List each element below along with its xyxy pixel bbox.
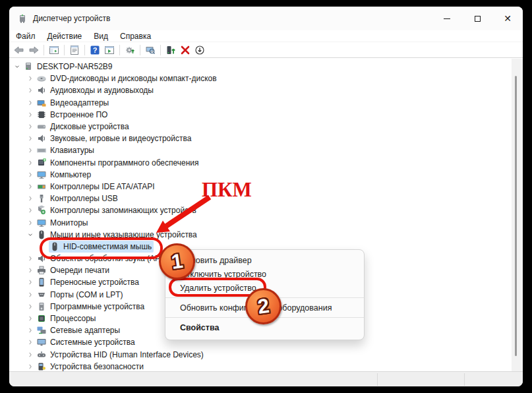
- chevron-right-icon[interactable]: [25, 73, 36, 84]
- chevron-right-icon[interactable]: [25, 205, 36, 216]
- maximize-button[interactable]: [462, 7, 492, 30]
- tree-item-label: Аудиовходы и аудиовыходы: [50, 86, 154, 95]
- tree-item-label: Программные устройства: [50, 302, 144, 311]
- tree-item[interactable]: Очереди печати: [36, 264, 111, 276]
- tree-item-label: Видеоадаптеры: [50, 98, 109, 107]
- chevron-right-icon[interactable]: [25, 361, 36, 371]
- tree-item[interactable]: Аудиовходы и аудиовыходы: [36, 84, 156, 96]
- chevron-right-icon[interactable]: [25, 169, 36, 180]
- tree-item[interactable]: Контроллеры USB: [36, 193, 120, 204]
- window-title: Диспетчер устройств: [33, 14, 110, 23]
- chevron-right-icon[interactable]: [25, 277, 36, 287]
- chevron-right-icon[interactable]: [25, 265, 36, 276]
- menu-action[interactable]: Действие: [47, 32, 82, 41]
- chevron-right-icon[interactable]: [25, 313, 36, 324]
- tree-item-label: DVD-дисководы и дисководы компакт-дисков: [50, 74, 217, 83]
- firmware-chip-icon: [36, 109, 47, 120]
- tree-row[interactable]: Контроллеры USB: [9, 193, 512, 204]
- tree-item[interactable]: DVD-дисководы и дисководы компакт-дисков: [36, 73, 219, 84]
- tree-item[interactable]: Контроллеры IDE ATA/ATAPI: [36, 181, 157, 193]
- monitor-icon: [36, 169, 47, 180]
- chevron-right-icon[interactable]: [25, 181, 36, 192]
- tree-item[interactable]: Устройства безопасности: [36, 361, 146, 371]
- tree-item[interactable]: Системные устройства: [36, 336, 137, 348]
- console-tree-icon[interactable]: [47, 44, 61, 56]
- tree-item[interactable]: Встроенное ПО: [36, 109, 109, 121]
- tree-item[interactable]: Контроллеры запоминающих устройств: [36, 204, 198, 216]
- minimize-button[interactable]: [432, 7, 462, 30]
- context-menu-item-update-driver[interactable]: Обновить драйвер: [165, 253, 364, 267]
- tree-row[interactable]: Дисковые устройства: [9, 121, 512, 133]
- chevron-right-icon[interactable]: [25, 289, 36, 300]
- chevron-right-icon[interactable]: [25, 133, 36, 144]
- menu-file[interactable]: Файл: [16, 32, 36, 41]
- tree-item[interactable]: Устройства HID (Human Interface Devices): [36, 349, 206, 361]
- chevron-right-icon[interactable]: [25, 218, 36, 228]
- tree-row[interactable]: Звуковые, игровые и видеоустройства: [9, 133, 512, 144]
- screenshot-root: Диспетчер устройств ✕ ФайлДействиеВидСпр…: [0, 0, 532, 393]
- chevron-down-icon[interactable]: [12, 61, 22, 72]
- tree-row[interactable]: Видеоадаптеры: [9, 97, 512, 109]
- tree-item[interactable]: Компоненты программного обеспечения: [36, 157, 201, 169]
- tree-item[interactable]: Переносные устройства: [36, 276, 141, 288]
- tree-item-label: Компоненты программного обеспечения: [50, 158, 199, 167]
- chevron-right-icon[interactable]: [25, 337, 36, 348]
- help-icon[interactable]: [88, 44, 102, 56]
- tree-row[interactable]: Устройства безопасности: [9, 361, 512, 371]
- tree-item[interactable]: DESKTOP-NAR52B9: [22, 61, 115, 73]
- tree-item[interactable]: Порты (COM и LPT): [36, 289, 125, 301]
- chevron-right-icon[interactable]: [25, 349, 36, 360]
- update-driver-icon[interactable]: [164, 44, 177, 56]
- chevron-right-icon[interactable]: [25, 253, 36, 264]
- software-device-icon: [36, 301, 47, 312]
- tree-row[interactable]: DESKTOP-NAR52B9: [9, 61, 512, 73]
- chevron-right-icon[interactable]: [25, 85, 36, 96]
- chevron-right-icon[interactable]: [25, 145, 36, 156]
- chevron-right-icon[interactable]: [25, 301, 36, 312]
- menu-help[interactable]: Справка: [120, 32, 151, 41]
- tree-item[interactable]: Программные устройства: [36, 301, 146, 313]
- menu-view[interactable]: Вид: [94, 32, 108, 41]
- scan-hardware-changes-icon[interactable]: [144, 44, 157, 56]
- chevron-right-icon[interactable]: [25, 121, 36, 132]
- tree-item[interactable]: Звуковые, игровые и видеоустройства: [36, 133, 193, 144]
- tree-row[interactable]: Компьютер: [9, 169, 512, 181]
- tree-row[interactable]: Устройства HID (Human Interface Devices): [9, 349, 512, 361]
- tree-row[interactable]: Аудиовходы и аудиовыходы: [9, 84, 512, 96]
- tree-item-label: DESKTOP-NAR52B9: [37, 62, 113, 71]
- tree-row[interactable]: Встроенное ПО: [9, 109, 512, 121]
- toolbar: [9, 43, 523, 58]
- chevron-down-icon[interactable]: [25, 229, 36, 240]
- chevron-right-icon[interactable]: [25, 193, 36, 204]
- chevron-right-icon[interactable]: [25, 325, 36, 336]
- titlebar[interactable]: Диспетчер устройств ✕: [9, 7, 523, 30]
- tree-item[interactable]: Дисковые устройства: [36, 121, 131, 133]
- action-pane-icon[interactable]: [103, 44, 116, 56]
- tree-row[interactable]: Контроллеры запоминающих устройств: [9, 204, 512, 216]
- scrollbar-thumb[interactable]: [515, 76, 517, 356]
- disable-device-icon[interactable]: [193, 44, 206, 56]
- software-component-icon: [36, 158, 47, 168]
- tree-row[interactable]: Клавиатуры: [9, 144, 512, 156]
- chevron-right-icon[interactable]: [25, 158, 36, 168]
- chevron-right-icon[interactable]: [25, 109, 36, 120]
- tree-item[interactable]: Сетевые адаптеры: [36, 324, 122, 336]
- update-gear-icon[interactable]: [123, 44, 136, 56]
- tree-item[interactable]: Видеоадаптеры: [36, 97, 111, 109]
- uninstall-device-icon[interactable]: [179, 44, 192, 56]
- vertical-scrollbar[interactable]: [512, 59, 523, 371]
- tree-row[interactable]: Мониторы: [9, 216, 512, 228]
- tree-row[interactable]: DVD-дисководы и дисководы компакт-дисков: [9, 73, 512, 84]
- tree-item[interactable]: Клавиатуры: [36, 144, 96, 156]
- back-arrow-icon[interactable]: [13, 44, 26, 56]
- close-button[interactable]: ✕: [492, 7, 523, 30]
- tree-item[interactable]: Мониторы: [36, 217, 90, 229]
- tree-item[interactable]: Компьютер: [36, 169, 93, 181]
- chevron-right-icon[interactable]: [25, 98, 36, 108]
- tree-item-label: Мониторы: [50, 218, 88, 227]
- forward-arrow-icon[interactable]: [27, 44, 40, 56]
- tree-row[interactable]: Контроллеры IDE ATA/ATAPI: [9, 181, 512, 193]
- tree-row[interactable]: Компоненты программного обеспечения: [9, 157, 512, 169]
- tree-item[interactable]: Процессоры: [36, 313, 98, 324]
- properties-icon[interactable]: [68, 44, 81, 56]
